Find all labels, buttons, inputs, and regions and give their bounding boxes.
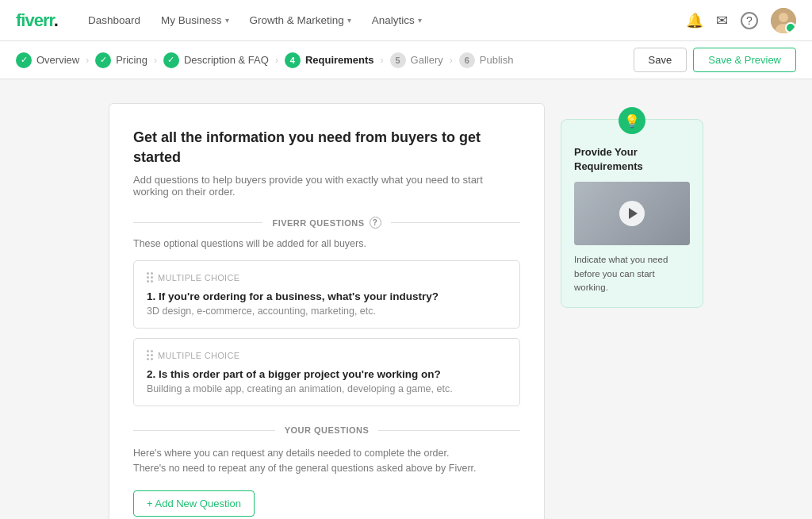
- helper-title-line1: Provide Your: [574, 146, 638, 158]
- fiverr-logo[interactable]: fiverr.: [16, 10, 58, 31]
- your-questions-note: Here's where you can request any details…: [133, 446, 520, 476]
- your-questions-label: YOUR QUESTIONS: [275, 425, 379, 435]
- fiverr-questions-label: FIVERR QUESTIONS ?: [262, 217, 390, 229]
- step-publish-num: 6: [459, 52, 475, 68]
- question-card-1: MULTIPLE CHOICE 1. If you're ordering fo…: [133, 260, 520, 329]
- step-gallery[interactable]: 5 Gallery: [390, 52, 443, 68]
- step-arrow-5: ›: [450, 55, 453, 66]
- question-1-tag-label: MULTIPLE CHOICE: [158, 273, 239, 283]
- your-questions-divider: YOUR QUESTIONS: [133, 425, 520, 435]
- play-triangle-icon: [629, 208, 638, 219]
- step-arrow-3: ›: [275, 55, 278, 66]
- step-pricing-check: ✓: [95, 52, 111, 68]
- save-button[interactable]: Save: [634, 48, 688, 72]
- divider-line-left: [133, 222, 262, 223]
- add-new-question-button[interactable]: + Add New Question: [133, 490, 255, 517]
- step-overview-label: Overview: [36, 54, 79, 66]
- fiverr-questions-text: FIVERR QUESTIONS: [272, 218, 364, 228]
- helper-box: 💡 Provide Your Requirements Indicate wha…: [561, 119, 703, 308]
- step-description[interactable]: ✓ Description & FAQ: [163, 52, 269, 68]
- your-note-line2: There's no need to repeat any of the gen…: [133, 463, 477, 474]
- question-2-text: 2. Is this order part of a bigger projec…: [147, 368, 507, 380]
- step-arrow-2: ›: [154, 55, 157, 66]
- question-tag-2: MULTIPLE CHOICE: [147, 350, 507, 360]
- my-business-chevron-icon: ▾: [225, 16, 229, 25]
- steps-list: ✓ Overview › ✓ Pricing › ✓ Description &…: [16, 52, 634, 68]
- helper-icon-circle: 💡: [619, 107, 645, 134]
- sidebar-card: 💡 Provide Your Requirements Indicate wha…: [561, 103, 703, 519]
- step-publish[interactable]: 6 Publish: [459, 52, 514, 68]
- nav-my-business-label: My Business: [161, 14, 222, 26]
- step-requirements-label: Requirements: [305, 54, 374, 66]
- card-subtitle: Add questions to help buyers provide you…: [133, 174, 520, 198]
- nav-right: 🔔 ✉ ?: [686, 8, 796, 33]
- navbar: fiverr. Dashboard My Business ▾ Growth &…: [0, 0, 812, 41]
- nav-analytics[interactable]: Analytics ▾: [364, 10, 430, 31]
- your-divider-line-right: [378, 430, 520, 431]
- divider-line-right: [391, 222, 520, 223]
- nav-growth-marketing[interactable]: Growth & Marketing ▾: [242, 10, 359, 31]
- step-pricing[interactable]: ✓ Pricing: [95, 52, 147, 68]
- lightbulb-icon: 💡: [624, 113, 640, 129]
- card-title: Get all the information you need from bu…: [133, 128, 520, 167]
- main-layout: Get all the information you need from bu…: [0, 79, 812, 519]
- mail-icon[interactable]: ✉: [716, 12, 728, 29]
- question-2-tag-label: MULTIPLE CHOICE: [158, 351, 239, 360]
- step-pricing-label: Pricing: [116, 54, 147, 66]
- your-note-line1: Here's where you can request any details…: [133, 448, 449, 459]
- optional-note: These optional questions will be added f…: [133, 238, 520, 249]
- main-card: Get all the information you need from bu…: [109, 103, 545, 519]
- helper-description: Indicate what you need before you can st…: [574, 253, 690, 294]
- steps-bar: ✓ Overview › ✓ Pricing › ✓ Description &…: [0, 41, 812, 79]
- question-1-text: 1. If you're ordering for a business, wh…: [147, 290, 507, 302]
- drag-icon-2: [147, 350, 153, 360]
- analytics-chevron-icon: ▾: [418, 16, 422, 25]
- question-2-hint: Building a mobile app, creating an anima…: [147, 383, 507, 394]
- svg-point-1: [779, 13, 788, 22]
- nav-growth-label: Growth & Marketing: [250, 14, 344, 26]
- step-overview-check: ✓: [16, 52, 32, 68]
- step-requirements[interactable]: 4 Requirements: [285, 52, 374, 68]
- question-1-hint: 3D design, e-commerce, accounting, marke…: [147, 306, 507, 317]
- save-preview-button[interactable]: Save & Preview: [693, 48, 796, 72]
- bell-icon[interactable]: 🔔: [686, 12, 703, 29]
- step-arrow-1: ›: [86, 55, 89, 66]
- helper-title: Provide Your Requirements: [574, 145, 690, 174]
- step-overview[interactable]: ✓ Overview: [16, 52, 79, 68]
- steps-actions: Save Save & Preview: [634, 48, 796, 72]
- step-arrow-4: ›: [381, 55, 384, 66]
- avatar[interactable]: [771, 8, 796, 33]
- nav-analytics-label: Analytics: [372, 14, 415, 26]
- step-requirements-num: 4: [285, 52, 301, 68]
- fiverr-help-icon[interactable]: ?: [370, 217, 381, 229]
- nav-my-business[interactable]: My Business ▾: [153, 10, 237, 31]
- question-tag-1: MULTIPLE CHOICE: [147, 272, 507, 283]
- avatar-image: [771, 8, 796, 33]
- question-card-2: MULTIPLE CHOICE 2. Is this order part of…: [133, 338, 520, 406]
- nav-dashboard-label: Dashboard: [88, 14, 140, 26]
- growth-chevron-icon: ▾: [347, 16, 351, 25]
- drag-icon-1: [147, 272, 153, 283]
- step-gallery-label: Gallery: [411, 54, 443, 66]
- helper-title-line2: Requirements: [574, 160, 643, 172]
- step-description-label: Description & FAQ: [184, 54, 269, 66]
- nav-items: Dashboard My Business ▾ Growth & Marketi…: [80, 10, 686, 31]
- your-divider-line-left: [133, 430, 275, 431]
- nav-dashboard[interactable]: Dashboard: [80, 10, 148, 31]
- fiverr-questions-divider: FIVERR QUESTIONS ?: [133, 217, 520, 229]
- help-icon[interactable]: ?: [741, 12, 758, 29]
- step-gallery-num: 5: [390, 52, 406, 68]
- your-questions-text: YOUR QUESTIONS: [285, 425, 370, 435]
- step-description-check: ✓: [163, 52, 179, 68]
- step-publish-label: Publish: [480, 54, 514, 66]
- video-thumbnail[interactable]: [574, 182, 690, 245]
